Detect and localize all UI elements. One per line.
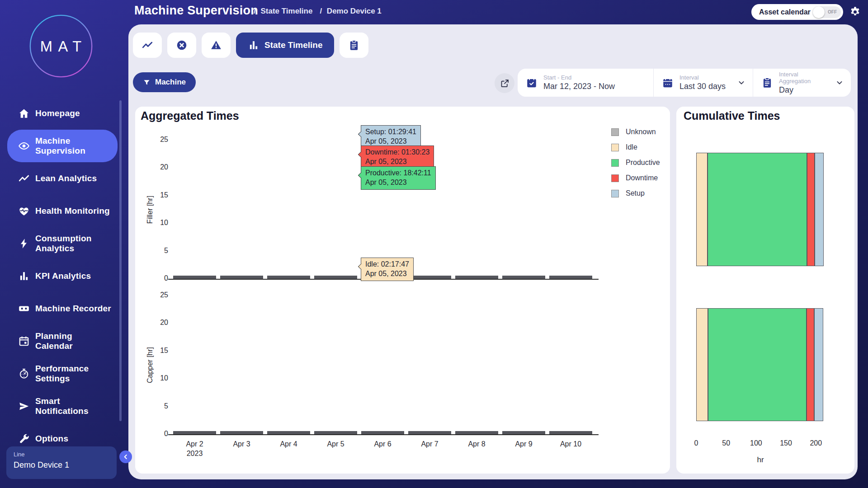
bar-chart-icon (18, 270, 30, 282)
toggle-knob (813, 6, 825, 18)
sidebar-item-label: Consumption Analytics (35, 234, 92, 253)
sidebar-item-label: KPI Analytics (35, 271, 91, 281)
segment-downtime[interactable] (807, 153, 815, 266)
segment-setup[interactable] (814, 308, 823, 421)
trend-icon (142, 39, 153, 51)
legend-item-productive[interactable]: Productive (611, 159, 660, 167)
segment-idle[interactable] (696, 308, 708, 421)
open-in-new-icon (500, 79, 509, 88)
sidebar-item-kpi-analytics[interactable]: KPI Analytics (7, 260, 118, 292)
sidebar-item-health-monitoring[interactable]: Health Monitoring (7, 195, 118, 227)
legend-label: Productive (626, 159, 660, 167)
aggregation-value: Day (779, 85, 829, 95)
y-tick-label: 20 (143, 163, 168, 171)
cumulative-bar-filler[interactable] (696, 153, 824, 266)
legend-item-idle[interactable]: Idle (611, 143, 660, 151)
trend-icon (18, 173, 30, 184)
calendar-check-icon (526, 77, 538, 89)
machine-filter-button[interactable]: Machine (133, 72, 196, 92)
legend-item-unknown[interactable]: Unknown (611, 128, 660, 136)
sidebar-item-machine-supervision[interactable]: Machine Supervision (7, 130, 118, 162)
x-tick-label: Apr 4 (267, 439, 310, 458)
tab-warnings[interactable] (202, 33, 231, 58)
chart-legend: UnknownIdleProductiveDowntimeSetup (611, 128, 660, 197)
legend-swatch (611, 190, 619, 197)
page-root: MAT HomepageMachine SupervisionLean Anal… (0, 0, 868, 488)
view-tabs: State Timeline (133, 33, 368, 58)
chart-tooltip-idle: Idle: 02:17:47Apr 05, 2023 (361, 258, 414, 281)
breadcrumb-state-timeline[interactable]: State Timeline (254, 7, 312, 16)
sidebar-item-consumption-analytics[interactable]: Consumption Analytics (7, 227, 118, 260)
legend-item-downtime[interactable]: Downtime (611, 174, 660, 182)
segment-idle[interactable] (696, 153, 708, 266)
y-tick-label: 20 (143, 319, 168, 327)
asset-calendar-control: Asset calendar OFF (751, 4, 843, 20)
toggle-state-label: OFF (828, 9, 837, 14)
chevron-down-icon (835, 78, 844, 87)
sidebar-item-label: Machine Supervision (35, 136, 85, 156)
x-tick-label: Apr 8 (455, 439, 498, 458)
sidebar-item-smart-notifications[interactable]: Smart Notifications (7, 390, 118, 422)
warning-triangle-icon (210, 39, 222, 51)
home-icon (18, 108, 30, 119)
y-tick-label: 0 (143, 274, 168, 282)
tab-label: State Timeline (264, 40, 322, 50)
sidebar-item-label: Smart Notifications (35, 396, 89, 416)
chart-tooltip-downtime: Downtime: 01:30:23Apr 05, 2023 (361, 145, 434, 169)
legend-swatch (611, 144, 619, 151)
y-tick-label: 5 (143, 402, 168, 410)
tab-trend[interactable] (133, 33, 162, 58)
heart-pulse-icon (18, 205, 30, 217)
aggregation-select[interactable]: Interval Aggregation Day (753, 69, 851, 97)
sidebar-item-performance-settings[interactable]: Performance Settings (7, 357, 118, 390)
machine-filter-label: Machine (155, 78, 186, 87)
sidebar-item-label: Lean Analytics (35, 174, 97, 183)
x-tick-label: 200 (807, 439, 825, 447)
logo: MAT (28, 14, 94, 79)
sidebar-item-label: Options (35, 434, 68, 444)
device-card[interactable]: Line Demo Device 1 (6, 446, 117, 479)
y-tick-label: 0 (143, 430, 168, 438)
tab-errors[interactable] (167, 33, 196, 58)
segment-productive[interactable] (708, 153, 807, 266)
interval-select[interactable]: Interval Last 30 days (654, 69, 753, 97)
y-tick-label: 25 (143, 136, 168, 144)
wrench-icon (18, 433, 30, 445)
date-range-picker[interactable]: Start - End Mar 12, 2023 - Now (518, 69, 653, 97)
segment-productive[interactable] (708, 308, 806, 421)
x-tick-label: Apr 6 (361, 439, 404, 458)
sidebar-item-homepage[interactable]: Homepage (7, 97, 118, 130)
sidebar-scrollbar[interactable] (119, 100, 122, 421)
asset-calendar-switch[interactable]: OFF (813, 6, 841, 18)
sidebar-item-label: Planning Calendar (35, 331, 73, 351)
export-button[interactable] (495, 73, 514, 93)
x-tick-label: Apr 2 2023 (173, 439, 216, 458)
x-tick-label: 100 (747, 439, 765, 447)
tab-report[interactable] (340, 33, 368, 58)
sidebar-item-planning-calendar[interactable]: Planning Calendar (7, 325, 118, 357)
cumulative-bar-capper[interactable] (696, 308, 824, 421)
segment-downtime[interactable] (807, 308, 814, 421)
cumulative-times-title: Cumulative Times (684, 109, 780, 122)
sidebar-item-machine-recorder[interactable]: Machine Recorder (7, 292, 118, 325)
send-icon (18, 400, 30, 412)
settings-gear-icon[interactable] (849, 6, 861, 18)
legend-item-setup[interactable]: Setup (611, 189, 660, 197)
calendar-icon (18, 335, 30, 347)
sidebar-collapse-button[interactable] (119, 450, 132, 463)
legend-label: Downtime (626, 174, 658, 182)
date-range-label: Start - End (543, 74, 615, 81)
asset-calendar-label: Asset calendar (759, 8, 811, 16)
y-tick-label: 15 (143, 347, 168, 355)
y-tick-label: 10 (143, 219, 168, 227)
sidebar-item-lean-analytics[interactable]: Lean Analytics (7, 162, 118, 195)
x-tick-label: Apr 5 (314, 439, 357, 458)
page-title: Machine Supervision (134, 4, 258, 18)
segment-setup[interactable] (815, 153, 824, 266)
bar-chart-icon (248, 39, 259, 51)
chart-tooltip-productive: Productive: 18:42:11Apr 05, 2023 (361, 166, 436, 190)
breadcrumb-device[interactable]: Demo Device 1 (320, 7, 381, 16)
capper-y-axis: 0510152025 (143, 296, 168, 435)
y-tick-label: 10 (143, 374, 168, 382)
tab-state-timeline[interactable]: State Timeline (236, 33, 334, 58)
